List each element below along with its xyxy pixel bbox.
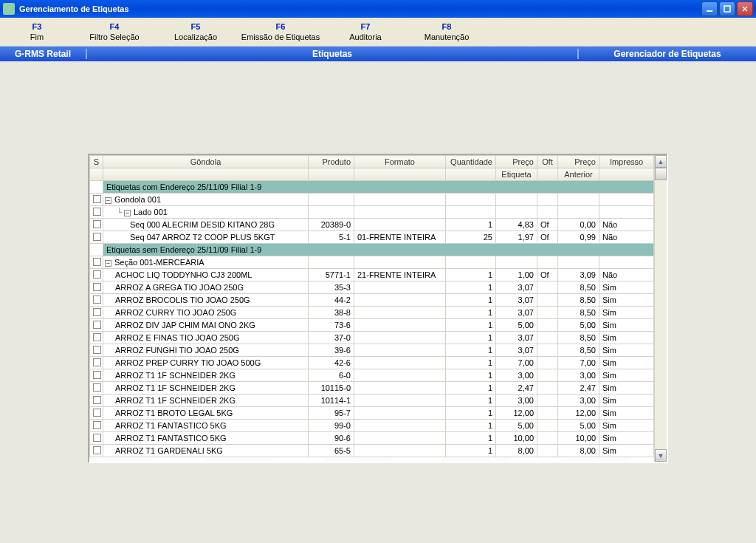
collapse-icon[interactable]: − xyxy=(124,210,131,216)
info-screen: Gerenciador de Etiquetas xyxy=(579,49,756,59)
tree-secao[interactable]: −Seção 001-MERCEARIA xyxy=(90,256,654,269)
table-row[interactable]: ARROZ CURRY TIO JOAO 250G38-813,078,50Si… xyxy=(90,307,654,319)
table-row[interactable]: ARROZ T1 FANTASTICO 5KG90-6110,0010,00Si… xyxy=(90,432,654,445)
scroll-thumb[interactable] xyxy=(655,168,667,180)
menu-localizacao[interactable]: F5Localização xyxy=(155,21,236,43)
col-qtd[interactable]: Quantidade xyxy=(446,156,496,168)
menu-filtro[interactable]: F4Filtro Seleção xyxy=(74,21,155,43)
function-menu: F3Fim F4Filtro Seleção F5Localização F6E… xyxy=(0,18,756,47)
table-row[interactable]: ARROZ BROCOLIS TIO JOAO 250G44-213,078,5… xyxy=(90,294,654,307)
col-oft[interactable]: Oft xyxy=(537,156,558,168)
checkbox[interactable] xyxy=(93,321,101,329)
table-row[interactable]: Seq 047 ARROZ T2 COOP PLUS 5KGT 5-101-FR… xyxy=(90,231,654,244)
checkbox[interactable] xyxy=(93,371,101,379)
table-row[interactable]: ARROZ PREP CURRY TIO JOAO 500G42-617,007… xyxy=(90,357,654,369)
table-row[interactable]: ARROZ T1 BROTO LEGAL 5KG95-7112,0012,00S… xyxy=(90,407,654,420)
minimize-button[interactable] xyxy=(701,1,718,16)
table-row[interactable]: ARROZ A GREGA TIO JOAO 250G35-313,078,50… xyxy=(90,281,654,294)
checkbox[interactable] xyxy=(93,396,101,404)
table-row[interactable]: ARROZ E FINAS TIO JOAO 250G37-013,078,50… xyxy=(90,332,654,344)
info-app: G-RMS Retail xyxy=(0,49,87,59)
col-precoant[interactable]: Preço xyxy=(558,156,599,168)
subcol-anterior: Anterior xyxy=(558,168,599,181)
grid-panel: S Gôndola Produto Formato Quantidade Pre… xyxy=(88,154,668,463)
subcol-etiqueta: Etiqueta xyxy=(496,168,537,181)
table-row[interactable]: ARROZ T1 FANTASTICO 5KG99-015,005,00Sim xyxy=(90,420,654,432)
title-bar: Gerenciamento de Etiquetas xyxy=(0,0,756,18)
checkbox[interactable] xyxy=(93,233,101,241)
col-impresso[interactable]: Impresso xyxy=(599,156,654,168)
checkbox[interactable] xyxy=(93,434,101,442)
menu-fim[interactable]: F3Fim xyxy=(0,21,74,43)
etiquetas-table[interactable]: S Gôndola Produto Formato Quantidade Pre… xyxy=(89,155,654,457)
checkbox[interactable] xyxy=(93,296,101,304)
menu-manutencao[interactable]: F8Manutenção xyxy=(406,21,487,43)
collapse-icon[interactable]: − xyxy=(105,260,111,267)
checkbox[interactable] xyxy=(93,270,101,279)
col-s[interactable]: S xyxy=(90,156,103,168)
col-gondola[interactable]: Gôndola xyxy=(103,156,309,168)
checkbox[interactable] xyxy=(93,421,101,429)
checkbox[interactable] xyxy=(93,446,101,454)
tree-lado[interactable]: └−Lado 001 xyxy=(90,206,654,219)
col-produto[interactable]: Produto xyxy=(309,156,354,168)
table-row[interactable]: ARROZ FUNGHI TIO JOAO 250G39-613,078,50S… xyxy=(90,344,654,357)
maximize-button[interactable] xyxy=(719,1,735,16)
checkbox[interactable] xyxy=(93,346,101,354)
checkbox[interactable] xyxy=(93,358,101,366)
col-formato[interactable]: Formato xyxy=(354,156,446,168)
info-bar: G-RMS Retail Etiquetas Gerenciador de Et… xyxy=(0,47,756,61)
app-icon xyxy=(3,3,15,15)
section-com-endereco[interactable]: Etiquetas com Endereço 25/11/09 Filial 1… xyxy=(90,181,654,194)
checkbox[interactable] xyxy=(93,220,101,228)
tree-gondola[interactable]: −Gondola 001 xyxy=(90,194,654,206)
checkbox[interactable] xyxy=(93,208,101,216)
svg-rect-1 xyxy=(724,6,730,12)
checkbox[interactable] xyxy=(93,383,101,392)
window-title: Gerenciamento de Etiquetas xyxy=(19,4,701,13)
svg-rect-0 xyxy=(707,10,712,12)
table-row[interactable]: ACHOC LIQ TODDYNHO CJ3 200ML5771-121-FRE… xyxy=(90,269,654,281)
checkbox[interactable] xyxy=(93,283,101,291)
checkbox[interactable] xyxy=(93,195,101,203)
close-button[interactable] xyxy=(737,1,753,16)
collapse-icon[interactable]: − xyxy=(105,197,111,204)
table-row[interactable]: ARROZ T1 1F SCHNEIDER 2KG10115-012,472,4… xyxy=(90,382,654,395)
checkbox[interactable] xyxy=(93,333,101,341)
checkbox[interactable] xyxy=(93,409,101,417)
table-row[interactable]: ARROZ T1 1F SCHNEIDER 2KG6-013,003,00Sim xyxy=(90,369,654,382)
vertical-scrollbar[interactable]: ▲ ▼ xyxy=(654,155,667,462)
info-module: Etiquetas xyxy=(87,49,579,59)
menu-emissao[interactable]: F6Emissão de Etiquetas xyxy=(236,21,325,43)
table-row[interactable]: ARROZ DIV JAP CHIM MAI ONO 2KG73-615,005… xyxy=(90,319,654,332)
checkbox[interactable] xyxy=(93,258,101,266)
scroll-down-button[interactable]: ▼ xyxy=(655,449,667,462)
section-sem-endereco[interactable]: Etiquetas sem Endereço 25/11/09 Filial 1… xyxy=(90,244,654,256)
menu-auditoria[interactable]: F7Auditoria xyxy=(325,21,406,43)
table-row[interactable]: ARROZ T1 1F SCHNEIDER 2KG10114-113,003,0… xyxy=(90,395,654,407)
scroll-up-button[interactable]: ▲ xyxy=(655,155,667,168)
table-row[interactable]: Seq 000 ALECRIM DESID KITANO 28G 20389-0… xyxy=(90,219,654,231)
checkbox[interactable] xyxy=(93,308,101,316)
col-preco[interactable]: Preço xyxy=(496,156,537,168)
table-row[interactable]: ARROZ T1 GARDENALI 5KG65-518,008,00Sim xyxy=(90,445,654,457)
